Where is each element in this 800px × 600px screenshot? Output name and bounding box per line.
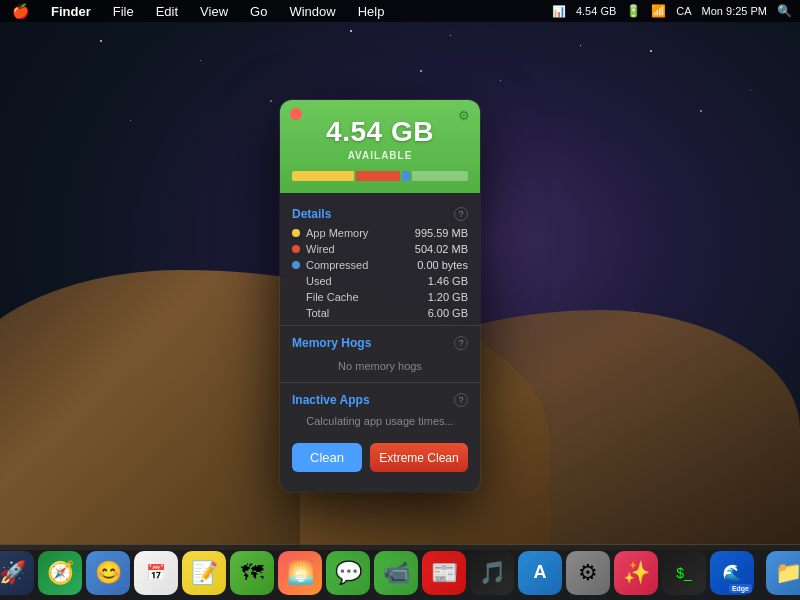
compressed-value: 0.00 bytes [417, 259, 468, 271]
dock-icon-files[interactable]: 📁 [766, 551, 800, 595]
maps-icon: 🗺 [241, 560, 263, 586]
memory-popup: ⚙ 4.54 GB AVAILABLE Details ? App Memory [280, 100, 480, 492]
menubar-help[interactable]: Help [354, 2, 389, 21]
dock-icon-appstore[interactable]: A [518, 551, 562, 595]
files-icon: 📁 [775, 560, 801, 586]
file-cache-row: File Cache 1.20 GB [280, 289, 480, 305]
dock-icon-edge[interactable]: 🌊 Edge [710, 551, 754, 595]
app-memory-value: 995.59 MB [415, 227, 468, 239]
search-icon[interactable]: 🔍 [777, 4, 792, 18]
total-row: Total 6.00 GB [280, 305, 480, 321]
details-title: Details [292, 207, 331, 221]
launchpad-icon: 🚀 [0, 560, 26, 586]
memory-hogs-title: Memory Hogs [292, 336, 371, 350]
inactive-help-icon[interactable]: ? [454, 393, 468, 407]
dock-icon-system-prefs[interactable]: ⚙ [566, 551, 610, 595]
memory-hogs-header: Memory Hogs ? [280, 330, 480, 354]
details-header: Details ? [280, 201, 480, 225]
user-initials[interactable]: CA [676, 5, 691, 17]
music-icon: 🎵 [479, 560, 506, 586]
menubar-file[interactable]: File [109, 2, 138, 21]
clean-button[interactable]: Clean [292, 443, 362, 472]
menubar: 🍎 Finder File Edit View Go Window Help 📊… [0, 0, 800, 22]
total-spacer [292, 309, 300, 317]
extreme-clean-button[interactable]: Extreme Clean [370, 443, 468, 472]
dock-icon-finder[interactable]: 😊 [86, 551, 130, 595]
cache-spacer [292, 293, 300, 301]
hogs-help-icon[interactable]: ? [454, 336, 468, 350]
dock-icon-maps[interactable]: 🗺 [230, 551, 274, 595]
menubar-finder[interactable]: Finder [47, 2, 95, 21]
menubar-edit[interactable]: Edit [152, 2, 182, 21]
compressed-row: Compressed 0.00 bytes [280, 257, 480, 273]
notes-icon: 📝 [191, 560, 218, 586]
menubar-go[interactable]: Go [246, 2, 271, 21]
datetime-display: Mon 9:25 PM [702, 5, 767, 17]
total-value: 6.00 GB [428, 307, 468, 319]
divider-1 [280, 325, 480, 326]
popup-header: ⚙ 4.54 GB AVAILABLE [280, 100, 480, 193]
compressed-dot [292, 261, 300, 269]
wifi-icon: 📶 [651, 4, 666, 18]
no-memory-hogs-message: No memory hogs [280, 354, 480, 378]
bar-app-memory [292, 171, 354, 181]
dock-icon-notes[interactable]: 📝 [182, 551, 226, 595]
app-memory-row: App Memory 995.59 MB [280, 225, 480, 241]
menubar-window[interactable]: Window [285, 2, 339, 21]
menubar-view[interactable]: View [196, 2, 232, 21]
dock-icon-safari[interactable]: 🧭 [38, 551, 82, 595]
desktop: 🍎 Finder File Edit View Go Window Help 📊… [0, 0, 800, 600]
dock-icon-messages[interactable]: 💬 [326, 551, 370, 595]
dock-icon-launchpad[interactable]: 🚀 [0, 551, 34, 595]
menubar-left: 🍎 Finder File Edit View Go Window Help [8, 1, 388, 21]
apple-menu[interactable]: 🍎 [8, 1, 33, 21]
dock-icon-facetime[interactable]: 📹 [374, 551, 418, 595]
facetime-icon: 📹 [383, 560, 410, 586]
wired-row: Wired 504.02 MB [280, 241, 480, 257]
close-button[interactable] [290, 108, 302, 120]
finder-icon: 😊 [95, 560, 122, 586]
app-memory-dot [292, 229, 300, 237]
system-prefs-icon: ⚙ [578, 560, 598, 586]
calendar-icon: 📅 [146, 563, 166, 582]
dock-icon-music[interactable]: 🎵 [470, 551, 514, 595]
gear-icon[interactable]: ⚙ [458, 108, 470, 123]
terminal-icon: $_ [676, 565, 692, 581]
dock-icon-photos[interactable]: 🌅 [278, 551, 322, 595]
dock-icon-terminal[interactable]: $_ [662, 551, 706, 595]
menubar-right: 📊 4.54 GB 🔋 📶 CA Mon 9:25 PM 🔍 [552, 4, 792, 18]
calculating-message: Calculating app usage times... [280, 411, 480, 435]
divider-2 [280, 382, 480, 383]
appstore-icon: A [534, 562, 547, 583]
cleanmymac-icon: ✨ [623, 560, 650, 586]
inactive-apps-title: Inactive Apps [292, 393, 370, 407]
memory-bar [292, 171, 468, 181]
used-row: Used 1.46 GB [280, 273, 480, 289]
available-label: AVAILABLE [292, 150, 468, 161]
photos-icon: 🌅 [287, 560, 314, 586]
used-spacer [292, 277, 300, 285]
dock-icon-news[interactable]: 📰 [422, 551, 466, 595]
app-memory-label: App Memory [292, 227, 368, 239]
dock: 🎙 🚀 🧭 😊 📅 📝 🗺 🌅 💬 📹 📰 [0, 544, 800, 600]
battery-icon: 🔋 [626, 4, 641, 18]
used-label: Used [292, 275, 332, 287]
bar-available [412, 171, 468, 181]
dock-icon-calendar[interactable]: 📅 [134, 551, 178, 595]
messages-icon: 💬 [335, 560, 362, 586]
total-label: Total [292, 307, 329, 319]
dock-icon-cleanmymac[interactable]: ✨ [614, 551, 658, 595]
wired-value: 504.02 MB [415, 243, 468, 255]
bar-compressed [402, 171, 411, 181]
safari-icon: 🧭 [47, 560, 74, 586]
used-value: 1.46 GB [428, 275, 468, 287]
inactive-apps-header: Inactive Apps ? [280, 387, 480, 411]
file-cache-label: File Cache [292, 291, 359, 303]
available-memory: 4.54 GB [292, 116, 468, 148]
wired-label: Wired [292, 243, 335, 255]
popup-body: Details ? App Memory 995.59 MB Wired 504… [280, 193, 480, 492]
edge-icon: 🌊 [722, 563, 742, 582]
file-cache-value: 1.20 GB [428, 291, 468, 303]
compressed-label: Compressed [292, 259, 368, 271]
details-help-icon[interactable]: ? [454, 207, 468, 221]
